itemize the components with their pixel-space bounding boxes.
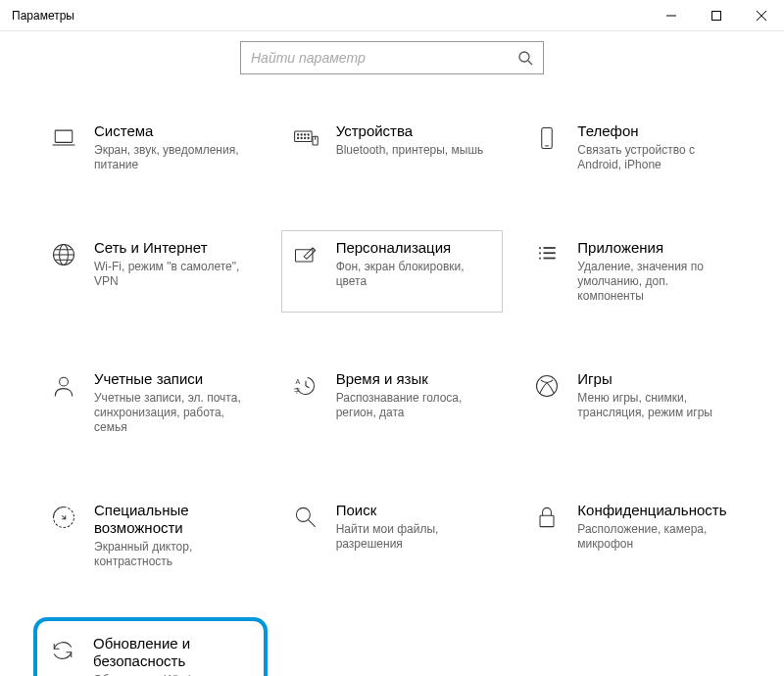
settings-grid: Система Экран, звук, уведомления, питани… [29,114,755,676]
svg-point-10 [301,134,302,135]
globe-icon [48,241,79,272]
svg-point-12 [308,134,309,135]
window-title: Параметры [0,9,649,23]
svg-line-42 [308,520,315,527]
svg-point-4 [519,52,529,62]
svg-rect-1 [712,11,721,20]
tile-desc: Wi-Fi, режим "в самолете", VPN [94,260,253,289]
clock-language-icon: A字 [290,372,321,404]
tile-desc: Удаление, значения по умолчанию, доп. ко… [577,260,736,304]
tile-update[interactable]: Обновление и безопасность Обновления Win… [33,617,268,676]
minimize-button[interactable] [649,0,694,30]
svg-line-40 [62,515,66,519]
maximize-button[interactable] [694,0,739,30]
tile-desc: Экран, звук, уведомления, питание [94,143,253,172]
svg-point-41 [296,507,310,521]
svg-rect-8 [294,131,312,142]
tile-phone[interactable]: Телефон Связать устройство с Android, iP… [522,114,745,181]
search-input[interactable] [251,50,517,66]
tile-search[interactable]: Поиск Найти мои файлы, разрешения [281,493,504,578]
svg-point-14 [301,137,302,138]
lock-icon [531,504,563,535]
tile-desc: Фон, экран блокировки, цвета [336,260,495,289]
tile-desc: Экранный диктор, контрастность [94,540,253,569]
svg-point-9 [297,134,298,135]
tile-privacy[interactable]: Конфиденциальность Расположение, камера,… [522,493,745,578]
svg-point-15 [304,137,305,138]
tile-desc: Bluetooth, принтеры, мышь [336,143,484,158]
content-area: Система Экран, звук, уведомления, питани… [0,41,784,676]
search-container [29,41,755,74]
tile-title: Учетные записи [94,370,253,388]
svg-point-13 [297,137,298,138]
tile-title: Система [94,122,253,140]
keyboard-icon [290,124,321,156]
tile-title: Время и язык [336,370,495,388]
tile-title: Конфиденциальность [577,502,736,519]
tile-title: Игры [577,370,736,388]
close-button[interactable] [739,0,784,30]
svg-point-16 [308,137,309,138]
tile-title: Обновление и безопасность [93,635,254,670]
tile-title: Специальные возможности [94,502,253,537]
tile-desc: Распознавание голоса, регион, дата [336,391,495,420]
tile-desc: Связать устройство с Android, iPhone [577,143,736,172]
tile-apps[interactable]: Приложения Удаление, значения по умолчан… [522,230,745,313]
magnifier-icon [290,504,321,535]
svg-rect-43 [540,515,554,526]
svg-text:字: 字 [293,387,299,394]
accessibility-icon [48,504,79,535]
tile-title: Сеть и Интернет [94,239,253,257]
titlebar: Параметры [0,0,784,31]
svg-line-5 [528,61,532,65]
tile-title: Телефон [577,122,736,140]
tile-time[interactable]: A字 Время и язык Распознавание голоса, ре… [281,362,504,444]
svg-line-36 [306,386,310,388]
phone-icon [531,124,563,156]
tile-devices[interactable]: Устройства Bluetooth, принтеры, мышь [281,114,504,181]
tile-personalization[interactable]: Персонализация Фон, экран блокировки, цв… [281,230,504,313]
tile-network[interactable]: Сеть и Интернет Wi-Fi, режим "в самолете… [39,230,262,313]
svg-point-11 [304,134,305,135]
paint-icon [290,241,321,272]
tile-title: Устройства [336,122,484,140]
tile-title: Поиск [336,502,495,519]
person-icon [48,372,79,404]
tile-ease-of-access[interactable]: Специальные возможности Экранный диктор,… [39,493,262,578]
tile-gaming[interactable]: Игры Меню игры, снимки, трансляция, режи… [522,362,745,444]
tile-title: Приложения [577,239,736,257]
search-box[interactable] [240,41,544,74]
laptop-icon [48,124,79,156]
search-icon [517,50,533,66]
tile-accounts[interactable]: Учетные записи Учетные записи, эл. почта… [39,362,262,444]
window-controls [649,0,784,30]
svg-rect-6 [55,130,73,142]
tile-system[interactable]: Система Экран, звук, уведомления, питани… [39,114,262,181]
svg-point-39 [537,376,558,397]
tile-desc: Учетные записи, эл. почта, синхронизация… [94,391,253,435]
tile-desc: Меню игры, снимки, трансляция, режим игр… [577,391,736,420]
apps-icon [531,241,563,272]
tile-desc: Найти мои файлы, разрешения [336,522,495,552]
update-icon [47,637,78,668]
svg-text:A: A [295,378,300,385]
tile-title: Персонализация [336,239,495,257]
tile-desc: Расположение, камера, микрофон [577,522,736,552]
xbox-icon [531,372,563,404]
svg-point-34 [60,377,69,386]
